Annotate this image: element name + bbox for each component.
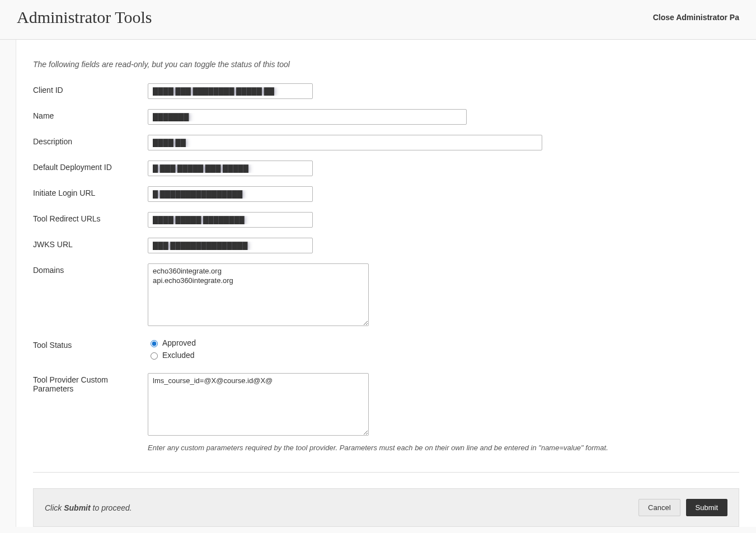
custom-params-help: Enter any custom parameters required by … (148, 444, 739, 452)
cancel-button[interactable]: Cancel (638, 499, 680, 516)
jwks-url-field (148, 238, 313, 253)
status-excluded-option[interactable]: Excluded (148, 351, 739, 360)
page-header: Administrator Tools Close Administrator … (0, 0, 756, 40)
initiate-login-url-label: Initiate Login URL (33, 186, 148, 197)
deployment-id-label: Default Deployment ID (33, 161, 148, 172)
name-label: Name (33, 109, 148, 120)
status-excluded-label: Excluded (162, 351, 195, 360)
status-approved-option[interactable]: Approved (148, 338, 739, 347)
redirect-urls-field (148, 212, 313, 228)
description-label: Description (33, 135, 148, 146)
initiate-login-url-field (148, 186, 313, 202)
form-panel: The following fields are read-only, but … (16, 40, 756, 527)
intro-text: The following fields are read-only, but … (33, 60, 739, 69)
description-field (148, 135, 542, 150)
custom-params-field[interactable] (148, 373, 369, 436)
client-id-label: Client ID (33, 83, 148, 95)
domains-label: Domains (33, 263, 148, 275)
status-excluded-radio[interactable] (151, 352, 158, 360)
client-id-field (148, 83, 313, 99)
jwks-url-label: JWKS URL (33, 238, 148, 249)
redirect-urls-label: Tool Redirect URLs (33, 212, 148, 223)
status-approved-label: Approved (162, 338, 196, 347)
footer-note: Click Submit to proceed. (45, 503, 132, 512)
name-field (148, 109, 467, 125)
submit-button[interactable]: Submit (686, 499, 727, 516)
tool-status-label: Tool Status (33, 338, 148, 350)
domains-field (148, 263, 369, 326)
deployment-id-field (148, 161, 313, 176)
page-title: Administrator Tools (17, 8, 152, 27)
status-approved-radio[interactable] (151, 340, 158, 347)
footer-bar: Click Submit to proceed. Cancel Submit (33, 488, 739, 527)
divider (33, 472, 739, 473)
custom-params-label: Tool Provider Custom Parameters (33, 373, 148, 393)
close-admin-panel-link[interactable]: Close Administrator Pa (653, 13, 739, 22)
